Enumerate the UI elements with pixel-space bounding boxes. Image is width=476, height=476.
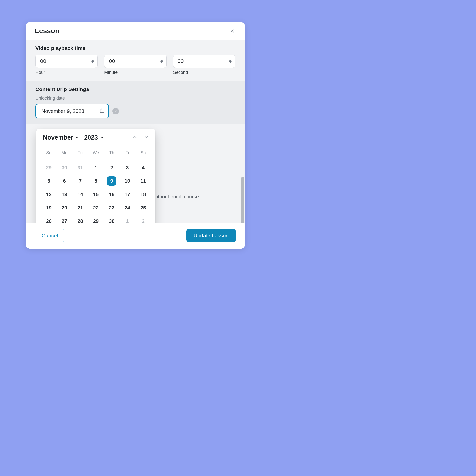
chevron-up-icon	[91, 60, 94, 61]
modal-body: Video playback time 00 Hour 00 Minute	[26, 40, 245, 223]
datepicker-day[interactable]: 17	[119, 189, 135, 200]
datepicker-day[interactable]: 13	[57, 189, 72, 200]
preview-note-tail: ithout enroll course	[157, 194, 199, 200]
second-col: 00 Second	[173, 55, 235, 75]
hour-stepper[interactable]: 00	[35, 55, 98, 68]
cancel-button[interactable]: Cancel	[35, 229, 64, 242]
time-row: 00 Hour 00 Minute 00	[35, 55, 235, 75]
hour-col: 00 Hour	[35, 55, 98, 75]
datepicker-day[interactable]: 23	[104, 202, 119, 213]
minute-value: 00	[109, 58, 115, 64]
hour-value: 00	[40, 58, 46, 64]
calendar-icon	[99, 108, 105, 114]
datepicker-day[interactable]: 1	[88, 162, 104, 173]
chevron-down-icon	[75, 134, 79, 141]
datepicker-day[interactable]: 6	[57, 175, 72, 187]
chevron-down-icon	[91, 61, 94, 63]
datepicker-day[interactable]: 27	[57, 215, 72, 223]
minute-stepper[interactable]: 00	[104, 55, 166, 68]
year-label: 2023	[84, 134, 98, 141]
datepicker-day[interactable]: 19	[41, 202, 57, 213]
hour-label: Hour	[35, 70, 98, 75]
datepicker-dow: Tu	[72, 147, 88, 160]
video-playback-section: Video playback time 00 Hour 00 Minute	[26, 40, 245, 81]
modal-title: Lesson	[35, 27, 59, 35]
datepicker-header: November 2023	[39, 134, 152, 146]
datepicker-day[interactable]: 18	[135, 189, 151, 200]
datepicker-day[interactable]: 12	[41, 189, 57, 200]
datepicker-day[interactable]: 7	[72, 175, 88, 187]
next-month-button[interactable]	[144, 134, 149, 141]
datepicker-day[interactable]: 14	[72, 189, 88, 200]
datepicker-day[interactable]: 22	[88, 202, 104, 213]
datepicker-day[interactable]: 8	[88, 175, 104, 187]
modal-header: Lesson	[26, 22, 245, 40]
second-stepper[interactable]: 00	[173, 55, 235, 68]
datepicker-day[interactable]: 25	[135, 202, 151, 213]
datepicker-day[interactable]: 3	[119, 162, 135, 173]
chevron-down-icon	[160, 61, 163, 63]
chevron-up-icon	[132, 134, 138, 140]
datepicker-day[interactable]: 21	[72, 202, 88, 213]
datepicker-dow: Fr	[119, 147, 135, 160]
datepicker-day[interactable]: 29	[41, 162, 57, 173]
datepicker-grid: SuMoTuWeThFrSa29303112345678910111213141…	[39, 146, 152, 223]
datepicker-day[interactable]: 16	[104, 189, 119, 200]
lesson-modal: Lesson Video playback time 00 Hour 00	[26, 22, 245, 249]
datepicker-day[interactable]: 10	[119, 175, 135, 187]
datepicker-dow: We	[88, 147, 104, 160]
datepicker-nav	[132, 134, 149, 141]
datepicker-day[interactable]: 26	[41, 215, 57, 223]
minute-label: Minute	[104, 70, 166, 75]
second-spin[interactable]	[228, 58, 233, 65]
datepicker-dow: Th	[104, 147, 119, 160]
unlocking-date-input[interactable]: November 9, 2023	[35, 104, 109, 118]
chevron-down-icon	[229, 61, 232, 63]
datepicker-dow: Mo	[57, 147, 72, 160]
drip-section-title: Content Drip Settings	[35, 86, 235, 92]
datepicker-dow: Su	[41, 147, 57, 160]
datepicker-day[interactable]: 24	[119, 202, 135, 213]
prev-month-button[interactable]	[132, 134, 138, 141]
chevron-up-icon	[160, 60, 163, 61]
datepicker-day[interactable]: 31	[72, 162, 88, 173]
chevron-down-icon	[100, 134, 104, 141]
modal-footer: Cancel Update Lesson	[26, 223, 245, 249]
unlocking-date-label: Unlocking date	[35, 96, 235, 101]
minute-spin[interactable]	[159, 58, 164, 65]
second-value: 00	[178, 58, 184, 64]
chevron-up-icon	[229, 60, 232, 61]
datepicker-day[interactable]: 28	[72, 215, 88, 223]
month-label: November	[43, 134, 73, 141]
hour-spin[interactable]	[90, 58, 95, 65]
update-lesson-button[interactable]: Update Lesson	[186, 229, 236, 242]
close-icon	[114, 110, 117, 113]
datepicker-popover: November 2023 SuMoTuWeThFrSa293031123456…	[36, 129, 155, 223]
datepicker-day[interactable]: 5	[41, 175, 57, 187]
video-section-title: Video playback time	[35, 45, 235, 51]
datepicker-day[interactable]: 11	[135, 175, 151, 187]
second-label: Second	[173, 70, 235, 75]
clear-date-button[interactable]	[112, 108, 119, 114]
content-drip-section: Content Drip Settings Unlocking date Nov…	[26, 81, 245, 124]
close-icon	[230, 28, 235, 34]
datepicker-dow: Sa	[135, 147, 151, 160]
datepicker-day[interactable]: 2	[104, 162, 119, 173]
datepicker-day[interactable]: 30	[57, 162, 72, 173]
close-button[interactable]	[229, 28, 236, 34]
year-select[interactable]: 2023	[84, 134, 104, 141]
chevron-down-icon	[144, 134, 149, 140]
datepicker-day[interactable]: 4	[135, 162, 151, 173]
datepicker-day[interactable]: 2	[135, 215, 151, 223]
datepicker-day-selected[interactable]: 9	[107, 176, 116, 186]
month-select[interactable]: November	[43, 134, 79, 141]
datepicker-day[interactable]: 20	[57, 202, 72, 213]
datepicker-day[interactable]: 1	[119, 215, 135, 223]
datepicker-day[interactable]: 15	[88, 189, 104, 200]
minute-col: 00 Minute	[104, 55, 166, 75]
unlocking-date-value: November 9, 2023	[41, 108, 84, 114]
datepicker-day[interactable]: 29	[88, 215, 104, 223]
datepicker-day[interactable]: 30	[104, 215, 119, 223]
svg-rect-0	[100, 109, 104, 113]
scrollbar[interactable]	[241, 177, 244, 223]
